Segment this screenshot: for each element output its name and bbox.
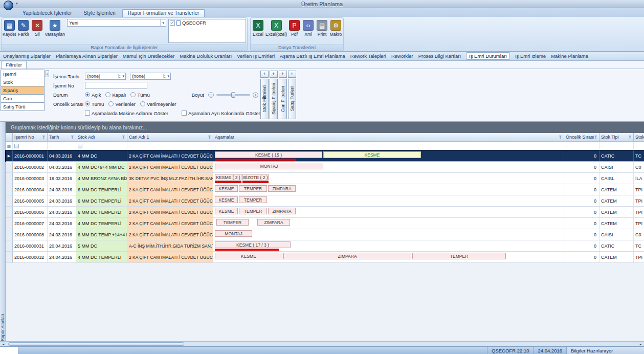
add-filter-icon[interactable]: + — [260, 71, 269, 78]
excel-özel-button[interactable]: XExcel(özel) — [265, 19, 287, 38]
view-tab-i-ş-emri-durumları[interactable]: İş Emri Durumları — [466, 52, 510, 60]
view-tab-makine-planlama[interactable]: Makine Planlama — [551, 53, 588, 59]
column-header-i-şemri-no[interactable]: İşemri No — [13, 133, 48, 142]
view-tab-proses-bilgi-kartları[interactable]: Proses Bilgi Kartları — [418, 53, 461, 59]
date-from-dropdown[interactable]: (none) ▴▾ ▾ — [85, 73, 126, 80]
varsayılan-button[interactable]: ★Varsayılan — [44, 19, 65, 38]
chevron-down-icon[interactable]: ▾ — [121, 74, 125, 78]
scrollbar-thumb[interactable] — [8, 342, 184, 346]
filter-cell-cari-adı-1[interactable]: – — [127, 142, 213, 150]
filter-cell-i-şemri-no[interactable] — [13, 142, 48, 150]
excel-button[interactable]: XExcel — [251, 19, 265, 38]
slider-plus-icon[interactable]: + — [253, 92, 258, 98]
view-tab-makine-doluluk-oranları[interactable]: Makine Doluluk Oranları — [180, 53, 232, 59]
slider-minus-icon[interactable]: − — [208, 92, 214, 98]
ribbon-tab-rapor-formatları-ve-transferler[interactable]: Rapor Formatları ve Transferler — [122, 9, 205, 17]
format-list-item[interactable]: ✓QSECOFR — [169, 19, 246, 26]
group-by-bar[interactable]: Gruplamak istediğiniz kolonu sürükleyip … — [6, 122, 644, 133]
xml-button[interactable]: ‹›Xml — [301, 19, 315, 38]
ribbon-tab-yapılabilecek-i-şlemler[interactable]: Yapılabilecek İşlemler — [17, 10, 77, 17]
filter-check-aşamalarda-makine-adlarını-göster[interactable]: Aşamalarda Makine Adlarını Göster — [85, 110, 168, 116]
column-header-cari-adı-1[interactable]: Cari Adı 1 — [127, 133, 213, 142]
side-tab-sipariş-filtreleri[interactable]: Sipariş Filtreleri — [270, 79, 278, 119]
boyut-slider[interactable]: − + — [208, 92, 258, 98]
filter-nav-i-şemri[interactable]: İşemri — [1, 70, 45, 78]
view-tab-verilen-i-ş-emirleri[interactable]: Verilen İş Emirleri — [237, 53, 275, 59]
horizontal-scrollbar[interactable]: ◂ ▸ — [0, 341, 644, 346]
oncelik-option-verilmeyenler[interactable]: Verilmeyenler — [140, 101, 176, 107]
slider-thumb[interactable] — [231, 92, 235, 98]
view-tab-mamül-i-çin-üretilecekler[interactable]: Mamül İçin Üretilecekler — [123, 53, 174, 59]
print-button[interactable]: ▤Print — [315, 19, 329, 38]
column-header-stok-adı[interactable]: Stok Adı — [76, 133, 127, 142]
side-tab-satış-türleri[interactable]: Satış Türleri — [288, 79, 296, 119]
sil-button[interactable]: ✕Sil — [30, 19, 44, 38]
filter-cell-stok-adı[interactable] — [76, 142, 127, 150]
view-tab-i-ş-emri-i-zleme[interactable]: İş Emri İzleme — [515, 53, 546, 59]
durum-option-kapalı[interactable]: Kapalı — [105, 92, 126, 98]
filter-funnel-icon[interactable] — [122, 136, 125, 139]
view-tab-reworkler[interactable]: Reworkler — [391, 53, 413, 59]
table-row[interactable]: 2016-000003224.04.20164 MM DC TEMPERLİ2 … — [6, 252, 644, 263]
table-row[interactable]: 2016-000000204.03.20164 MM DC+9+4 MM DC2… — [6, 162, 644, 173]
app-menu-orb[interactable] — [4, 1, 13, 10]
table-row[interactable]: 2016-000000724.03.20164 MM DC TEMPERLİ2 … — [6, 218, 644, 229]
filter-nav-stok[interactable]: Stok — [1, 78, 45, 86]
table-row[interactable]: 2016-000000824.03.20166 MM DC TEMP.+14+4… — [6, 229, 644, 240]
chevron-down-icon[interactable]: ▾ — [166, 74, 170, 78]
kaydet-button[interactable]: ▦Kaydet — [2, 19, 16, 38]
pdf-button[interactable]: PPdf — [287, 19, 301, 38]
oncelik-option-tümü[interactable]: Tümü — [85, 101, 104, 107]
column-header-aşamalar[interactable]: Aşamalar — [213, 133, 564, 142]
column-header-öncelik-sırası[interactable]: Öncelik Sırası — [564, 133, 599, 142]
side-tab-cari-filtreleri[interactable]: Cari Filtreleri — [279, 79, 287, 119]
filter-nav-cari[interactable]: Cari — [1, 94, 45, 103]
view-tab-onaylanmış-siparişler[interactable]: Onaylanmış Siparişler — [3, 53, 51, 59]
side-tab-stok-filtreleri[interactable]: Stok Filtreleri — [260, 79, 269, 119]
filter-cell-tarih[interactable]: – — [48, 142, 76, 150]
filter-splitter[interactable]: ≡ — [45, 69, 50, 121]
table-row[interactable]: 2016-000003120.04.20165 MM DCA-C İNŞ MİM… — [6, 240, 644, 252]
filter-nav-satış-türü[interactable]: Satış Türü — [1, 102, 45, 111]
filter-row-selector-icon[interactable]: ▦ — [6, 142, 13, 150]
filter-funnel-icon[interactable] — [559, 136, 562, 139]
filter-cell-öncelik-sırası[interactable]: – — [564, 142, 599, 150]
table-row[interactable]: 2016-000000624.03.20166 MM DC TEMPERLİ2 … — [6, 207, 644, 218]
view-tab-rework-talepleri[interactable]: Rework Talepleri — [350, 53, 386, 59]
view-tab-planlamaya-alınan-siparişler[interactable]: Planlamaya Alınan Siparişler — [56, 53, 118, 59]
farklı-button[interactable]: ✎Farklı — [16, 19, 30, 38]
add-filter-icon[interactable]: + — [279, 71, 287, 78]
filter-cell-stok-tipi[interactable]: – — [599, 142, 634, 150]
splitter-grip-icon[interactable]: ≡ — [46, 70, 49, 77]
makro-button[interactable]: ⚙Makro — [329, 19, 343, 38]
table-row[interactable]: 2016-000000318.03.20164 MM BRONZ AYNA Bİ… — [6, 173, 644, 184]
ribbon-tab-style-i-şlemleri[interactable]: Style İşlemleri — [79, 10, 121, 17]
filter-check-aşamaları-ayrı-kolonlarda-göster[interactable]: Aşamaları Ayrı Kolonlarda Göster — [182, 110, 260, 116]
filter-funnel-icon[interactable] — [208, 136, 211, 139]
date-to-dropdown[interactable]: (none) ▴▾ ▾ — [130, 73, 171, 80]
checkbox-icon[interactable]: ✓ — [170, 20, 175, 26]
oncelik-option-verilenler[interactable]: Verilenler — [108, 101, 136, 107]
slider-track[interactable] — [216, 94, 250, 96]
column-header-stok-tipi[interactable]: Stok Tipi — [599, 133, 634, 142]
rapor-alanlari-strip[interactable]: Rapor Alanları — [0, 122, 6, 341]
column-header-tarih[interactable]: Tarih — [48, 133, 76, 142]
chevron-down-icon[interactable]: ▾ — [160, 19, 166, 26]
table-row[interactable]: ▶2016-000000104.03.20164 MM DC2 KA ÇİFT … — [6, 150, 644, 162]
filter-funnel-icon[interactable] — [628, 136, 632, 139]
add-filter-icon[interactable]: + — [270, 71, 278, 78]
filter-funnel-icon[interactable] — [42, 136, 46, 139]
scroll-right-icon[interactable]: ▸ — [637, 342, 644, 346]
durum-option-açık[interactable]: Açık — [85, 92, 101, 98]
durum-option-tümü[interactable]: Tümü — [130, 92, 149, 98]
filter-funnel-icon[interactable] — [71, 136, 74, 139]
table-row[interactable]: 2016-000000524.03.20166 MM DC TEMPERLİ2 … — [6, 195, 644, 207]
filter-cell-stok[interactable]: – — [634, 142, 644, 150]
isemri-no-input[interactable] — [85, 82, 147, 89]
filter-funnel-icon[interactable] — [594, 136, 597, 139]
filter-cell-aşamalar[interactable]: – — [213, 142, 564, 150]
column-header-stok[interactable]: Stok — [634, 133, 644, 142]
scroll-left-icon[interactable]: ◂ — [0, 342, 7, 346]
tab-filtreler[interactable]: Filtreler — [1, 61, 27, 69]
filter-nav-sipariş[interactable]: Sipariş — [1, 86, 45, 95]
